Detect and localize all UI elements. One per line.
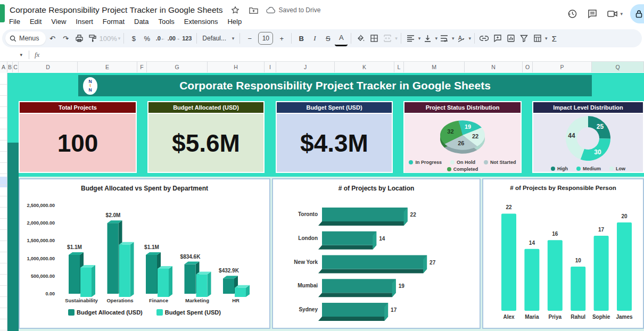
paint-format-icon[interactable] — [86, 32, 99, 45]
create-filter-icon[interactable] — [518, 32, 531, 45]
svg-text:14: 14 — [529, 240, 535, 246]
svg-text:London: London — [298, 235, 318, 241]
functions-button[interactable]: Σ — [548, 31, 561, 45]
column-header-J[interactable]: J — [276, 62, 335, 72]
vertical-align-icon[interactable] — [421, 32, 434, 45]
column-header-H[interactable]: H — [208, 62, 265, 72]
column-header-I[interactable]: I — [265, 62, 276, 72]
menu-help[interactable]: Help — [222, 16, 246, 28]
video-call-icon[interactable] — [606, 7, 619, 20]
svg-text:$1.1M: $1.1M — [67, 244, 82, 250]
impact-distribution-card[interactable]: Impact Level Distribution 253044 HighMed… — [532, 101, 644, 173]
dashboard-banner: N t N Corporate Responsibility Project T… — [78, 75, 592, 96]
strikethrough-button[interactable]: S — [321, 31, 334, 45]
decrease-font-size-button[interactable]: − — [243, 31, 256, 45]
horizontal-align-icon[interactable] — [404, 32, 417, 45]
column-header-N[interactable]: N — [465, 62, 523, 72]
budget-by-department-chart[interactable]: Budget Allocated vs Spent by Department … — [19, 178, 270, 329]
svg-text:16: 16 — [552, 231, 558, 237]
decrease-decimal-button[interactable]: .0 — [154, 31, 167, 45]
kpi-card-budget-spent[interactable]: Budget Spent (USD) $4.3M — [276, 101, 393, 173]
formula-input[interactable] — [45, 51, 644, 59]
increase-font-size-button[interactable]: + — [275, 31, 288, 45]
menu-file[interactable]: File — [4, 16, 25, 28]
projects-by-location-chart[interactable]: # of Projects by Location Toronto22Londo… — [272, 178, 481, 329]
menu-data[interactable]: Data — [129, 16, 153, 28]
redo-button[interactable]: ↷ — [60, 31, 72, 45]
column-a-cells[interactable] — [0, 73, 7, 331]
status-legend: Completed — [447, 166, 478, 172]
text-wrap-icon[interactable] — [438, 32, 451, 45]
column-header-A[interactable]: A — [0, 62, 7, 72]
column-header-L[interactable]: L — [394, 62, 404, 72]
table-views-icon[interactable] — [531, 32, 544, 45]
menus-search-button[interactable]: Menus — [5, 31, 46, 45]
more-formats-button[interactable]: 123 — [180, 31, 193, 45]
legend-item: High — [551, 166, 568, 171]
document-title[interactable]: Corporate Responsibility Project Tracker… — [10, 5, 223, 15]
name-box[interactable]: ▾ — [1, 52, 22, 57]
increase-decimal-button[interactable]: .00 — [167, 31, 180, 45]
column-header-P[interactable]: P — [533, 62, 592, 72]
column-header-C[interactable]: C — [13, 62, 19, 72]
borders-icon[interactable] — [368, 32, 381, 45]
svg-text:Sustainability: Sustainability — [65, 297, 98, 303]
bold-button[interactable]: B — [295, 31, 308, 45]
column-header-D[interactable]: D — [19, 62, 78, 72]
column-header-Q[interactable]: Q — [592, 62, 644, 72]
column-header-O[interactable]: O — [523, 62, 533, 72]
kpi-card-budget-allocated[interactable]: Budget Allocated (USD) $5.6M — [147, 101, 265, 173]
projects-by-person-chart[interactable]: # of Projects by Responsible Person 22Al… — [482, 178, 644, 329]
version-history-icon[interactable] — [566, 7, 579, 20]
column-header-F[interactable]: F — [137, 62, 147, 72]
format-currency-button[interactable]: $ — [127, 31, 140, 45]
print-icon[interactable] — [73, 32, 86, 45]
menu-view[interactable]: View — [46, 16, 71, 28]
column-header-M[interactable]: M — [404, 62, 465, 72]
column-header-K[interactable]: K — [335, 62, 394, 72]
video-call-dropdown[interactable]: ▾ — [620, 11, 623, 16]
selected-cell[interactable] — [0, 177, 7, 187]
menu-bar: FileEditViewInsertFormatDataToolsExtensi… — [4, 16, 246, 28]
column-header-E[interactable]: E — [78, 62, 137, 72]
star-icon[interactable] — [229, 4, 242, 16]
svg-text:1,500,000.00: 1,500,000.00 — [27, 238, 55, 243]
menu-insert[interactable]: Insert — [71, 16, 98, 28]
svg-text:$2.0M: $2.0M — [106, 212, 121, 218]
insert-chart-icon[interactable] — [505, 32, 517, 45]
share-button[interactable] — [630, 4, 644, 23]
menu-format[interactable]: Format — [98, 16, 129, 28]
fill-color-icon[interactable] — [354, 32, 367, 45]
format-percent-button[interactable]: % — [141, 31, 153, 45]
menu-tools[interactable]: Tools — [153, 16, 179, 28]
font-size-input[interactable]: 10 — [258, 32, 273, 45]
search-icon — [10, 35, 16, 42]
menu-edit[interactable]: Edit — [25, 16, 46, 28]
italic-button[interactable]: I — [308, 31, 321, 45]
status-distribution-card[interactable]: Project Status Distribution 19222632 In … — [403, 101, 522, 173]
svg-text:26: 26 — [458, 140, 464, 146]
font-family-select[interactable]: Defaul...▾ — [200, 35, 236, 42]
column-header-G[interactable]: G — [147, 62, 208, 72]
kpi-value: 100 — [57, 129, 98, 158]
chart-title: # of Projects by Responsible Person — [483, 185, 643, 191]
column-header-B[interactable]: B — [7, 62, 13, 72]
legend-item: Completed — [447, 167, 478, 172]
svg-text:HR: HR — [232, 297, 240, 303]
svg-text:10: 10 — [575, 258, 582, 263]
insert-comment-icon[interactable] — [491, 32, 504, 45]
zoom-control[interactable]: 100%▾ — [100, 31, 121, 45]
text-color-button[interactable]: A — [335, 31, 348, 46]
spreadsheet-grid[interactable]: N t N Corporate Responsibility Project T… — [0, 73, 644, 331]
kpi-value: $5.6M — [172, 129, 240, 158]
undo-button[interactable]: ↶ — [46, 31, 59, 45]
status-legend: In ProgressOn HoldNot Started — [409, 159, 516, 166]
move-folder-icon[interactable] — [247, 4, 260, 16]
svg-text:0.00: 0.00 — [45, 291, 55, 296]
insert-link-icon[interactable] — [478, 32, 491, 45]
text-rotation-icon[interactable]: A — [455, 32, 467, 45]
menu-extensions[interactable]: Extensions — [179, 16, 223, 28]
comments-icon[interactable] — [586, 7, 599, 20]
kpi-card-total-projects[interactable]: Total Projects 100 — [19, 101, 137, 173]
svg-text:17: 17 — [598, 227, 605, 233]
